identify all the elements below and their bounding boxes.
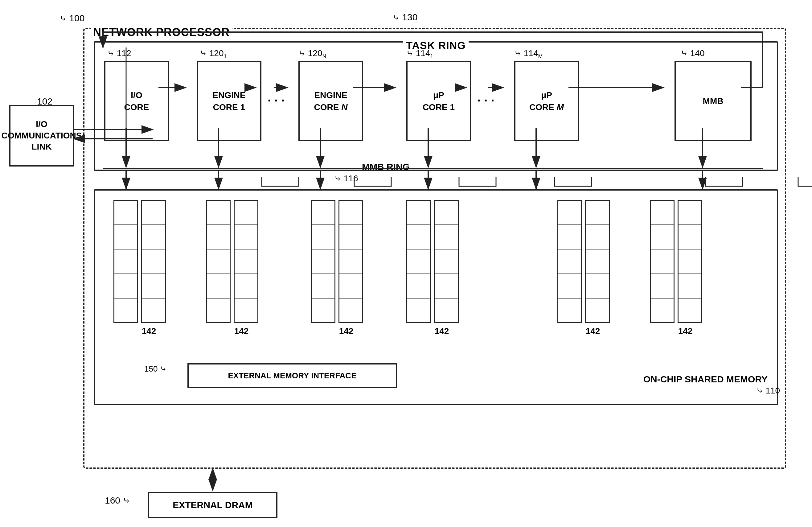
ref-120-1: ⤷ 1201 <box>200 48 227 60</box>
ref-102: 102 <box>37 96 53 107</box>
mem-bank-5a <box>557 200 582 323</box>
shared-memory-box: 142 142 142 <box>94 189 778 405</box>
ext-mem-interface-box: EXTERNAL MEMORY INTERFACE <box>187 363 397 388</box>
ext-dram-label: EXTERNAL DRAM <box>173 500 252 510</box>
ref-120-n: ⤷ 120N <box>299 48 327 60</box>
mmb-core-box: MMB <box>675 61 752 141</box>
mem-cluster-6 <box>650 200 702 323</box>
up-core-m-box: μPCORE M <box>514 61 579 141</box>
mem-cluster-3 <box>311 200 363 323</box>
task-ring-area: TASK RING ⤷ 112 ⤷ 1201 ⤷ 120N ⤷ 1141 ⤷ 1… <box>94 41 778 171</box>
mem-cluster-1 <box>114 200 166 323</box>
mem-bank-3a <box>311 200 335 323</box>
engine-core-n-box: ENGINECORE N <box>299 61 363 141</box>
mem-bank-1b <box>141 200 166 323</box>
mem-cluster-2 <box>206 200 258 323</box>
ext-dram-box: EXTERNAL DRAM <box>148 492 277 518</box>
mem-label-6: 142 <box>659 326 711 336</box>
io-link-label: I/OCOMMUNICATIONSLINK <box>2 119 82 152</box>
mem-label-4: 142 <box>416 326 468 336</box>
io-link-box: I/OCOMMUNICATIONSLINK <box>9 105 74 167</box>
ref-114-1: ⤷ 1141 <box>406 48 433 60</box>
mem-bank-4a <box>406 200 431 323</box>
up-core-m-label: μPCORE M <box>529 89 564 113</box>
ref-110-label: ⤷ 110 <box>756 385 780 396</box>
np-label: NETWORK PROCESSOR <box>91 26 232 39</box>
ref-140: ⤷ 140 <box>681 48 705 58</box>
ref-112: ⤷ 112 <box>107 48 131 58</box>
ref-114-m: ⤷ 114M <box>514 48 543 60</box>
mem-bank-2a <box>206 200 231 323</box>
up-core-1-label: μPCORE 1 <box>423 89 455 113</box>
mem-label-2: 142 <box>215 326 267 336</box>
diagram-container: I/OCOMMUNICATIONSLINK 102 NETWORK PROCES… <box>9 9 798 518</box>
io-core-label: I/OCORE <box>124 89 149 113</box>
dots-2: . . . <box>477 90 494 104</box>
mem-bank-3b <box>338 200 363 323</box>
engine-core-n-label: ENGINECORE N <box>314 89 348 113</box>
mem-cluster-5 <box>557 200 610 323</box>
engine-core-1-label: ENGINECORE 1 <box>213 89 245 113</box>
ref-130: ⤷ 130 <box>393 12 417 23</box>
mem-bank-6a <box>650 200 675 323</box>
ref-150-label: 150 ⤷ <box>144 364 167 374</box>
ext-mem-label: EXTERNAL MEMORY INTERFACE <box>228 371 357 381</box>
mem-bank-4b <box>434 200 459 323</box>
engine-core-1-box: ENGINECORE 1 <box>197 61 261 141</box>
mem-bank-1a <box>114 200 138 323</box>
mem-bank-6b <box>678 200 702 323</box>
ref-100: ⤷ 100 <box>60 13 85 24</box>
mem-label-3: 142 <box>320 326 373 336</box>
ref-160-label: 160 ⤷ <box>105 495 130 506</box>
io-core-box: I/OCORE <box>104 61 169 141</box>
mem-cluster-4 <box>406 200 459 323</box>
mem-label-1: 142 <box>123 326 175 336</box>
network-processor-box: NETWORK PROCESSOR ⤷ 100 ⤷ 130 TASK RING … <box>83 28 786 469</box>
mem-label-5: 142 <box>567 326 619 336</box>
mem-bank-5b <box>585 200 610 323</box>
ref-116: ⤷ 116 <box>334 173 358 184</box>
up-core-1-box: μPCORE 1 <box>406 61 471 141</box>
mem-bank-2b <box>234 200 258 323</box>
mmb-core-label: MMB <box>703 95 724 107</box>
dots-1: . . . <box>267 90 285 104</box>
shared-memory-label: ON-CHIP SHARED MEMORY <box>643 374 768 385</box>
mmb-ring-label: MMB RING <box>362 161 410 172</box>
